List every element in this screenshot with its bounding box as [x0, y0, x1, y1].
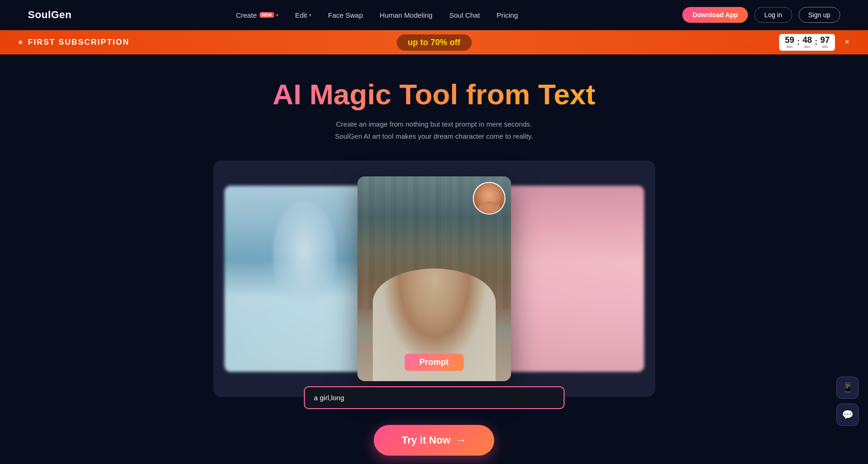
promo-right: 59 Min : 48 Sec : 97 MS ×	[779, 34, 849, 51]
person-right-figure	[505, 186, 644, 372]
chat-icon: 💬	[842, 409, 854, 420]
promo-center[interactable]: up to 70% off	[397, 34, 471, 51]
nav-item-edit[interactable]: Edit ▾	[295, 11, 311, 19]
hero-subtitle-line2: SoulGen AI art tool makes your dream cha…	[335, 132, 533, 140]
hero-title: AI Magic Tool from Text	[273, 78, 596, 111]
nav-label-pricing: Pricing	[497, 11, 518, 19]
logo: SoulGen	[28, 9, 72, 21]
promo-discount-suffix: off	[447, 38, 460, 47]
prompt-input-wrapper	[304, 386, 565, 409]
promo-discount-prefix: up to	[408, 38, 431, 47]
person-left-figure	[224, 186, 364, 372]
countdown-sep-2: :	[814, 37, 817, 47]
download-app-button[interactable]: Download App	[682, 7, 748, 23]
nav-item-pricing[interactable]: Pricing	[497, 11, 518, 19]
carousel-image-center	[357, 176, 511, 381]
nav-label-faceswap: Face Swap	[328, 11, 363, 19]
nav-menu: Create NEW ▾ Edit ▾ Face Swap Human Mode…	[236, 11, 518, 19]
nav-item-humanmodeling[interactable]: Human Modeling	[380, 11, 432, 19]
countdown-ms: 97 MS	[820, 36, 829, 49]
nav-label-soulchat: Soul Chat	[449, 11, 480, 19]
chevron-down-icon: ▾	[309, 13, 311, 18]
navbar-actions: Download App Log in Sign up	[682, 7, 840, 23]
nav-item-faceswap[interactable]: Face Swap	[328, 11, 363, 19]
promo-discount: up to 70% off	[397, 34, 471, 51]
prompt-badge: Prompt	[404, 354, 464, 371]
chevron-down-icon: ▾	[276, 13, 278, 18]
hero-section: AI Magic Tool from Text Create an image …	[0, 54, 868, 464]
navbar: SoulGen Create NEW ▾ Edit ▾ Face Swap Hu…	[0, 0, 868, 30]
nav-label-create: Create	[236, 11, 257, 19]
hero-subtitle: Create an image from nothing but text pr…	[335, 118, 533, 142]
try-btn-label: Try it Now	[402, 434, 451, 446]
promo-discount-amount: 70%	[431, 38, 447, 47]
promo-banner: FIRST SUBSCRIPTION up to 70% off 59 Min …	[0, 30, 868, 54]
nav-label-humanmodeling: Human Modeling	[380, 11, 432, 19]
nav-label-edit: Edit	[295, 11, 307, 19]
promo-label: FIRST SUBSCRIPTION	[28, 38, 129, 47]
countdown-seconds: 48 Sec	[802, 36, 812, 49]
login-button[interactable]: Log in	[754, 7, 792, 23]
app-icon: 📱	[842, 382, 854, 393]
nav-item-soulchat[interactable]: Soul Chat	[449, 11, 480, 19]
signup-button[interactable]: Sign up	[799, 7, 840, 23]
face-avatar-overlay	[473, 182, 505, 215]
countdown-timer: 59 Min : 48 Sec : 97 MS	[779, 34, 835, 51]
promo-left: FIRST SUBSCRIPTION	[19, 38, 129, 47]
float-chat-button[interactable]: 💬	[836, 403, 859, 426]
promo-dot	[19, 40, 22, 44]
hero-subtitle-line1: Create an image from nothing but text pr…	[336, 120, 532, 128]
try-it-now-button[interactable]: Try it Now →	[374, 425, 494, 456]
cta-wrapper: Try it Now →	[374, 425, 494, 464]
nav-item-create[interactable]: Create NEW ▾	[236, 11, 278, 19]
arrow-icon: →	[456, 434, 466, 446]
countdown-sep-1: :	[797, 37, 800, 47]
image-carousel: Prompt	[213, 161, 655, 397]
prompt-input[interactable]	[304, 386, 565, 409]
carousel-image-right	[505, 186, 644, 372]
float-app-button[interactable]: 📱	[836, 377, 859, 399]
new-badge: NEW	[260, 12, 274, 18]
countdown-minutes: 59 Min	[785, 36, 794, 49]
promo-close-button[interactable]: ×	[844, 37, 849, 47]
carousel-image-left	[224, 186, 364, 372]
